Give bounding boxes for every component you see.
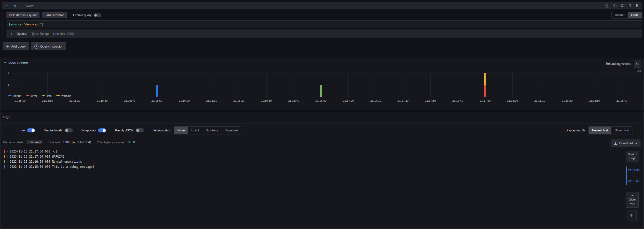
kick-start-query-button[interactable]: Kick start your query bbox=[6, 12, 39, 18]
display-results-switcher: Newest firstOldest first bbox=[588, 126, 633, 134]
editor-mode-builder[interactable]: Builder bbox=[612, 12, 628, 18]
log-row-info[interactable]: ›2023-11-15 21:16:50.000 Normal operatio… bbox=[3, 159, 623, 164]
x-axis-tick-label: 21:18:30 bbox=[583, 99, 606, 102]
legend-label-info: info bbox=[47, 94, 52, 97]
x-axis-tick-label: 21:16:20 bbox=[227, 99, 250, 102]
legend-swatch-debug bbox=[8, 95, 12, 96]
hide-response-eye-icon[interactable] bbox=[620, 4, 624, 8]
common-labels-value: demo-api bbox=[26, 140, 43, 144]
x-axis-tick-label: 21:17:50 bbox=[474, 99, 497, 102]
chart-gridline-v bbox=[348, 73, 349, 97]
reload-log-volume-button[interactable] bbox=[634, 60, 641, 68]
query-editor-panel: A (Loki) ? Kick start your query Label b… bbox=[2, 2, 642, 50]
query-inspector-button[interactable]: i Query inspector bbox=[31, 42, 66, 50]
log-row-expand-chevron-icon[interactable]: › bbox=[7, 160, 8, 163]
range-top-time: 21:17:50 bbox=[628, 169, 640, 172]
duplicate-query-icon[interactable] bbox=[613, 4, 617, 8]
logs-meta-row: Common labels: demo-api Line limit: 1000… bbox=[3, 140, 141, 144]
x-axis-tick-label: 21:16:00 bbox=[173, 99, 196, 102]
unique-labels-toggle[interactable] bbox=[65, 128, 73, 132]
toggle-knob bbox=[103, 129, 106, 132]
log-row-warning[interactable]: ›2023-11-15 21:17:50.000 WARNING bbox=[3, 154, 623, 159]
dedup-option-exact[interactable]: Exact bbox=[188, 127, 202, 134]
x-axis-tick-label: 21:16:40 bbox=[282, 99, 305, 102]
toggle-control-prettify-json: Prettify JSON bbox=[115, 128, 144, 132]
chart-bar-warning bbox=[484, 73, 486, 85]
x-axis-tick-label: 21:18:10 bbox=[528, 99, 551, 102]
logs-volume-header[interactable]: Logs volume bbox=[4, 60, 28, 64]
options-title: Options bbox=[17, 32, 27, 36]
legend-swatch-info bbox=[42, 95, 45, 96]
toggle-label: Time bbox=[18, 129, 25, 132]
wrap-lines-toggle[interactable] bbox=[98, 128, 106, 132]
logs-title: Logs bbox=[3, 115, 10, 119]
log-row-expand-chevron-icon[interactable]: › bbox=[7, 150, 8, 153]
legend-item-debug[interactable]: debug bbox=[8, 94, 21, 97]
query-code-editor[interactable]: {source="demo-api"} bbox=[6, 20, 642, 28]
options-line-limit: Line limit: 1000 bbox=[53, 32, 74, 36]
label-browser-button[interactable]: Label browser bbox=[42, 12, 66, 18]
legend-swatch-warning bbox=[56, 95, 60, 96]
log-level-indicator-error bbox=[4, 150, 5, 153]
log-row-error[interactable]: ›2023-11-15 21:17:50.000 >:( bbox=[3, 149, 623, 154]
older-logs-button[interactable]: Older logs bbox=[626, 192, 639, 208]
start-of-range-button[interactable]: Start of range bbox=[626, 151, 639, 162]
query-options-row[interactable]: Options Type: Range Line limit: 1000 bbox=[6, 29, 642, 38]
x-axis-tick-label: 21:16:50 bbox=[310, 99, 333, 102]
help-icon[interactable]: ? bbox=[605, 4, 609, 8]
scroll-to-top-button[interactable] bbox=[626, 210, 637, 221]
logs-volume-title: Logs volume bbox=[8, 60, 28, 64]
chart-gridline-v bbox=[266, 73, 267, 97]
add-query-button[interactable]: Add query bbox=[3, 42, 29, 50]
editor-mode-code[interactable]: Code bbox=[628, 12, 642, 18]
explain-query-label: Explain query bbox=[73, 13, 92, 17]
toggle-control-time: Time bbox=[18, 128, 35, 132]
toggle-control-wrap-lines: Wrap lines bbox=[81, 128, 106, 132]
remove-query-trash-icon[interactable] bbox=[628, 4, 632, 8]
legend-swatch-error bbox=[26, 95, 30, 96]
explain-query-toggle[interactable] bbox=[94, 13, 101, 17]
log-row-text: 2023-11-15 21:17:50.000 WARNING bbox=[10, 155, 64, 158]
y-axis-tick-label: 2 bbox=[1, 71, 9, 75]
plus-icon bbox=[6, 45, 9, 48]
legend-item-warning[interactable]: warning bbox=[56, 94, 72, 97]
legend-item-info[interactable]: info bbox=[42, 94, 52, 97]
x-axis-tick-label: 21:16:10 bbox=[200, 99, 223, 102]
toggle-control-unique-labels: Unique labels bbox=[44, 128, 73, 132]
download-button[interactable]: Download bbox=[611, 140, 640, 147]
range-separator: — bbox=[632, 174, 635, 177]
x-axis-tick-label: 21:17:20 bbox=[392, 99, 415, 102]
download-icon bbox=[614, 142, 617, 145]
chart-bar-debug bbox=[156, 85, 158, 97]
log-row-expand-chevron-icon[interactable]: › bbox=[7, 165, 8, 168]
older-logs-chevron-down-icon bbox=[631, 194, 634, 197]
chart-gridline-v bbox=[567, 73, 567, 97]
chart-gridline-v bbox=[540, 73, 540, 97]
chart-gridline-v bbox=[294, 73, 294, 97]
dedup-option-none[interactable]: None bbox=[174, 127, 188, 134]
log-range-indicator[interactable]: 21:17:50 — 21:15:50 bbox=[626, 166, 640, 185]
log-rows: ›2023-11-15 21:17:50.000 >:(›2023-11-15 … bbox=[3, 149, 623, 169]
line-limit-label: Line limit: bbox=[48, 141, 61, 144]
options-type: Type: Range bbox=[31, 32, 49, 36]
prettify-json-toggle[interactable] bbox=[136, 128, 144, 132]
log-navigation: Start of range 21:17:50 — 21:15:50 Older… bbox=[626, 151, 639, 221]
log-row-expand-chevron-icon[interactable]: › bbox=[7, 155, 8, 158]
x-axis-tick-label: 21:15:30 bbox=[91, 99, 114, 102]
time-toggle[interactable] bbox=[27, 128, 35, 132]
dedup-option-signature[interactable]: Signature bbox=[221, 127, 241, 134]
display-option-oldest-first[interactable]: Oldest first bbox=[611, 127, 633, 134]
toggle-label: Prettify JSON bbox=[115, 129, 133, 132]
x-axis-tick-label: 21:15:10 bbox=[36, 99, 59, 102]
display-option-newest-first[interactable]: Newest first bbox=[589, 127, 611, 134]
reload-log-volume-label[interactable]: Reload log volume bbox=[606, 62, 631, 66]
dedup-option-numbers[interactable]: Numbers bbox=[202, 127, 222, 134]
log-level-indicator-debug bbox=[4, 165, 5, 169]
x-axis-tick-label: 21:18:20 bbox=[556, 99, 579, 102]
legend-item-error[interactable]: error bbox=[26, 94, 37, 97]
chart-gridline-v bbox=[458, 73, 458, 97]
collapse-query-chevron-down-icon[interactable] bbox=[5, 4, 8, 7]
query-row-header[interactable]: A (Loki) ? bbox=[2, 2, 642, 9]
drag-handle-grip-icon[interactable] bbox=[635, 4, 639, 8]
log-row-debug[interactable]: ›2023-11-15 21:15:50.000 This is a debug… bbox=[3, 164, 623, 169]
